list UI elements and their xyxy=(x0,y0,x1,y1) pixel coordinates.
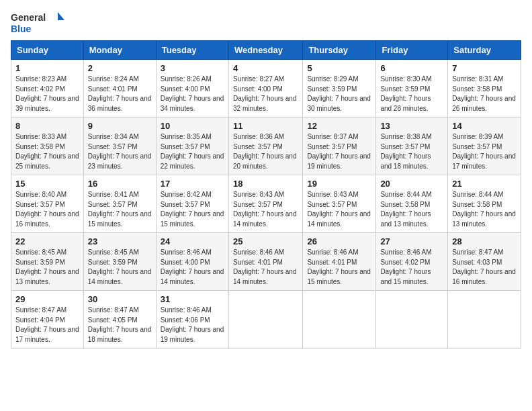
day-number: 24 xyxy=(161,236,224,246)
calendar-week-5: 29Sunrise: 8:47 AM Sunset: 4:04 PM Dayli… xyxy=(11,291,521,349)
calendar-day-31: 31Sunrise: 8:46 AM Sunset: 4:06 PM Dayli… xyxy=(156,291,228,349)
calendar-week-3: 15Sunrise: 8:40 AM Sunset: 3:57 PM Dayli… xyxy=(11,175,521,233)
day-info: Sunrise: 8:24 AM Sunset: 4:01 PM Dayligh… xyxy=(88,75,152,113)
calendar-day-28: 28Sunrise: 8:47 AM Sunset: 4:03 PM Dayli… xyxy=(448,233,521,291)
calendar-day-12: 12Sunrise: 8:37 AM Sunset: 3:57 PM Dayli… xyxy=(303,118,376,175)
day-info: Sunrise: 8:27 AM Sunset: 4:00 PM Dayligh… xyxy=(233,75,298,113)
calendar-day-5: 5Sunrise: 8:29 AM Sunset: 3:59 PM Daylig… xyxy=(303,60,376,118)
day-number: 30 xyxy=(88,294,152,304)
calendar-day-21: 21Sunrise: 8:44 AM Sunset: 3:58 PM Dayli… xyxy=(448,175,521,233)
calendar-day-2: 2Sunrise: 8:24 AM Sunset: 4:01 PM Daylig… xyxy=(83,60,156,118)
day-number: 26 xyxy=(307,236,371,246)
day-number: 21 xyxy=(452,179,517,189)
day-number: 14 xyxy=(452,121,517,131)
column-header-wednesday: Wednesday xyxy=(228,41,302,60)
day-number: 16 xyxy=(88,179,152,189)
day-info: Sunrise: 8:38 AM Sunset: 3:57 PM Dayligh… xyxy=(380,132,443,171)
calendar-day-17: 17Sunrise: 8:42 AM Sunset: 3:57 PM Dayli… xyxy=(156,175,228,233)
day-number: 29 xyxy=(15,294,79,304)
day-info: Sunrise: 8:31 AM Sunset: 3:58 PM Dayligh… xyxy=(452,75,517,113)
day-number: 4 xyxy=(233,63,298,73)
day-number: 11 xyxy=(233,121,298,131)
svg-text:Blue: Blue xyxy=(11,24,32,34)
day-info: Sunrise: 8:34 AM Sunset: 3:57 PM Dayligh… xyxy=(88,132,152,171)
calendar-day-18: 18Sunrise: 8:43 AM Sunset: 3:57 PM Dayli… xyxy=(228,175,302,233)
calendar-day-30: 30Sunrise: 8:47 AM Sunset: 4:05 PM Dayli… xyxy=(83,291,156,349)
calendar-day-19: 19Sunrise: 8:43 AM Sunset: 3:57 PM Dayli… xyxy=(303,175,376,233)
day-info: Sunrise: 8:39 AM Sunset: 3:57 PM Dayligh… xyxy=(452,132,517,171)
day-info: Sunrise: 8:46 AM Sunset: 4:01 PM Dayligh… xyxy=(233,248,298,287)
column-header-friday: Friday xyxy=(376,41,448,60)
day-number: 28 xyxy=(452,236,517,246)
empty-cell xyxy=(228,291,302,349)
calendar-day-11: 11Sunrise: 8:36 AM Sunset: 3:57 PM Dayli… xyxy=(228,118,302,175)
calendar-day-7: 7Sunrise: 8:31 AM Sunset: 3:58 PM Daylig… xyxy=(448,60,521,118)
calendar-header-row: SundayMondayTuesdayWednesdayThursdayFrid… xyxy=(11,41,521,60)
column-header-tuesday: Tuesday xyxy=(156,41,228,60)
day-number: 12 xyxy=(307,121,371,131)
day-number: 10 xyxy=(161,121,224,131)
calendar-day-24: 24Sunrise: 8:46 AM Sunset: 4:00 PM Dayli… xyxy=(156,233,228,291)
day-number: 1 xyxy=(15,63,79,73)
calendar-day-15: 15Sunrise: 8:40 AM Sunset: 3:57 PM Dayli… xyxy=(11,175,84,233)
calendar-day-9: 9Sunrise: 8:34 AM Sunset: 3:57 PM Daylig… xyxy=(83,118,156,175)
day-number: 15 xyxy=(15,179,79,189)
calendar-day-25: 25Sunrise: 8:46 AM Sunset: 4:01 PM Dayli… xyxy=(228,233,302,291)
day-info: Sunrise: 8:30 AM Sunset: 3:59 PM Dayligh… xyxy=(380,75,443,113)
day-info: Sunrise: 8:41 AM Sunset: 3:57 PM Dayligh… xyxy=(88,190,152,229)
calendar-day-22: 22Sunrise: 8:45 AM Sunset: 3:59 PM Dayli… xyxy=(11,233,84,291)
calendar-day-8: 8Sunrise: 8:33 AM Sunset: 3:58 PM Daylig… xyxy=(11,118,84,175)
calendar-week-1: 1Sunrise: 8:23 AM Sunset: 4:02 PM Daylig… xyxy=(11,60,521,118)
day-number: 25 xyxy=(233,236,298,246)
svg-text:General: General xyxy=(11,12,46,23)
day-number: 3 xyxy=(161,63,224,73)
calendar-day-3: 3Sunrise: 8:26 AM Sunset: 4:00 PM Daylig… xyxy=(156,60,228,118)
calendar-day-6: 6Sunrise: 8:30 AM Sunset: 3:59 PM Daylig… xyxy=(376,60,448,118)
day-info: Sunrise: 8:42 AM Sunset: 3:57 PM Dayligh… xyxy=(161,190,224,229)
day-number: 23 xyxy=(88,236,152,246)
day-info: Sunrise: 8:43 AM Sunset: 3:57 PM Dayligh… xyxy=(233,190,298,229)
day-number: 22 xyxy=(15,236,79,246)
day-number: 19 xyxy=(307,179,371,189)
day-info: Sunrise: 8:40 AM Sunset: 3:57 PM Dayligh… xyxy=(15,190,79,229)
calendar-day-26: 26Sunrise: 8:46 AM Sunset: 4:01 PM Dayli… xyxy=(303,233,376,291)
day-number: 7 xyxy=(452,63,517,73)
day-info: Sunrise: 8:47 AM Sunset: 4:04 PM Dayligh… xyxy=(15,306,79,345)
calendar-day-13: 13Sunrise: 8:38 AM Sunset: 3:57 PM Dayli… xyxy=(376,118,448,175)
column-header-sunday: Sunday xyxy=(11,41,84,60)
column-header-monday: Monday xyxy=(83,41,156,60)
column-header-saturday: Saturday xyxy=(448,41,521,60)
day-info: Sunrise: 8:35 AM Sunset: 3:57 PM Dayligh… xyxy=(161,132,224,171)
day-info: Sunrise: 8:29 AM Sunset: 3:59 PM Dayligh… xyxy=(307,75,371,113)
logo-icon: GeneralBlue xyxy=(11,11,64,35)
svg-marker-2 xyxy=(58,12,64,20)
day-info: Sunrise: 8:33 AM Sunset: 3:58 PM Dayligh… xyxy=(15,132,79,171)
day-info: Sunrise: 8:44 AM Sunset: 3:58 PM Dayligh… xyxy=(452,190,517,229)
day-info: Sunrise: 8:23 AM Sunset: 4:02 PM Dayligh… xyxy=(15,75,79,113)
day-info: Sunrise: 8:46 AM Sunset: 4:00 PM Dayligh… xyxy=(161,248,224,287)
day-number: 13 xyxy=(380,121,443,131)
day-info: Sunrise: 8:37 AM Sunset: 3:57 PM Dayligh… xyxy=(307,132,371,171)
day-info: Sunrise: 8:46 AM Sunset: 4:06 PM Dayligh… xyxy=(161,306,224,345)
day-info: Sunrise: 8:47 AM Sunset: 4:03 PM Dayligh… xyxy=(452,248,517,287)
day-info: Sunrise: 8:46 AM Sunset: 4:02 PM Dayligh… xyxy=(380,248,443,287)
calendar-week-2: 8Sunrise: 8:33 AM Sunset: 3:58 PM Daylig… xyxy=(11,118,521,175)
column-header-thursday: Thursday xyxy=(303,41,376,60)
day-number: 31 xyxy=(161,294,224,304)
calendar-week-4: 22Sunrise: 8:45 AM Sunset: 3:59 PM Dayli… xyxy=(11,233,521,291)
logo: GeneralBlue xyxy=(11,11,64,35)
day-info: Sunrise: 8:46 AM Sunset: 4:01 PM Dayligh… xyxy=(307,248,371,287)
calendar-day-27: 27Sunrise: 8:46 AM Sunset: 4:02 PM Dayli… xyxy=(376,233,448,291)
day-info: Sunrise: 8:26 AM Sunset: 4:00 PM Dayligh… xyxy=(161,75,224,113)
day-number: 27 xyxy=(380,236,443,246)
day-info: Sunrise: 8:45 AM Sunset: 3:59 PM Dayligh… xyxy=(88,248,152,287)
empty-cell xyxy=(448,291,521,349)
calendar-day-10: 10Sunrise: 8:35 AM Sunset: 3:57 PM Dayli… xyxy=(156,118,228,175)
day-number: 20 xyxy=(380,179,443,189)
day-info: Sunrise: 8:47 AM Sunset: 4:05 PM Dayligh… xyxy=(88,306,152,345)
day-info: Sunrise: 8:36 AM Sunset: 3:57 PM Dayligh… xyxy=(233,132,298,171)
calendar-day-20: 20Sunrise: 8:44 AM Sunset: 3:58 PM Dayli… xyxy=(376,175,448,233)
calendar-day-1: 1Sunrise: 8:23 AM Sunset: 4:02 PM Daylig… xyxy=(11,60,84,118)
day-info: Sunrise: 8:45 AM Sunset: 3:59 PM Dayligh… xyxy=(15,248,79,287)
day-number: 17 xyxy=(161,179,224,189)
